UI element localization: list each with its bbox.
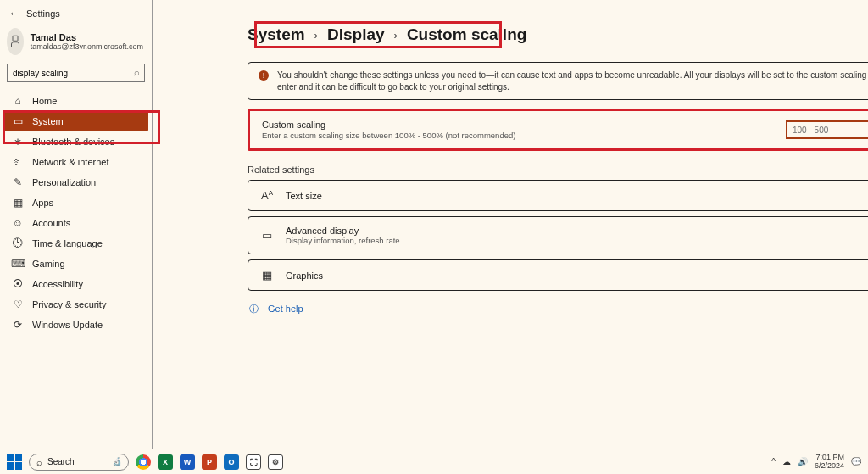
get-help-row[interactable]: ⓘ Get help xyxy=(248,303,868,315)
search-icon: ⌕ xyxy=(36,457,42,467)
search-icon[interactable]: ⌕ xyxy=(134,67,140,77)
sidebar-item-personalization[interactable]: ✎Personalization xyxy=(3,172,148,192)
sidebar-item-label: Gaming xyxy=(32,259,65,269)
clock-date: 6/2/2024 xyxy=(815,462,844,470)
sidebar: ← Settings Tamal Das tamaldas@zf3vr.onmi… xyxy=(0,0,153,449)
taskbar-apps: X W P O ⛶ ⚙ xyxy=(136,454,283,470)
sidebar-item-label: Personalization xyxy=(32,177,96,187)
warning-text: You shouldn't change these settings unle… xyxy=(277,70,868,92)
sidebar-item-system[interactable]: ▭System xyxy=(3,111,148,131)
sidebar-item-label: Accounts xyxy=(32,218,70,228)
search-highlight-icon: 🔬 xyxy=(112,457,121,466)
sidebar-item-gaming[interactable]: ⌨Gaming xyxy=(3,254,148,274)
breadcrumb-system[interactable]: System xyxy=(248,25,305,44)
custom-scaling-title: Custom scaling xyxy=(262,120,786,130)
sidebar-item-label: System xyxy=(32,116,64,126)
breadcrumb: System › Display › Custom scaling xyxy=(153,0,868,53)
sidebar-item-label: Bluetooth & devices xyxy=(32,137,114,147)
tray-chevron-up-icon[interactable]: ^ xyxy=(771,457,776,466)
system-icon: ▭ xyxy=(12,115,24,127)
tray-cloud-icon[interactable]: ☁ xyxy=(782,457,791,466)
main-pane: — ❐ ✕ System › Display › Custom scaling … xyxy=(153,0,868,449)
svg-rect-0 xyxy=(13,36,18,41)
bluetooth-icon: ∗ xyxy=(12,136,24,148)
chevron-right-icon: › xyxy=(314,29,318,42)
taskbar-chrome[interactable] xyxy=(136,454,151,470)
taskbar-powerpoint[interactable]: P xyxy=(202,454,217,470)
shield-icon: ♡ xyxy=(12,298,24,310)
get-help-link[interactable]: Get help xyxy=(268,304,303,314)
custom-scaling-sub: Enter a custom scaling size between 100%… xyxy=(262,131,786,140)
setting-title: Graphics xyxy=(286,270,868,281)
clock-icon: 🕑︎ xyxy=(12,237,24,249)
search-input[interactable] xyxy=(7,64,145,82)
display-icon: ▭ xyxy=(260,229,274,242)
wifi-icon: ᯤ xyxy=(12,156,24,168)
custom-scaling-card: Custom scaling Enter a custom scaling si… xyxy=(248,109,868,151)
breadcrumb-display[interactable]: Display xyxy=(327,25,385,44)
minimize-button[interactable]: — xyxy=(858,2,868,14)
related-heading: Related settings xyxy=(248,165,868,175)
sidebar-item-label: Network & internet xyxy=(32,157,108,167)
profile-email: tamaldas@zf3vr.onmicrosoft.com xyxy=(31,42,143,51)
sidebar-item-label: Apps xyxy=(32,198,53,208)
setting-text-size[interactable]: AA Text size › xyxy=(248,180,868,211)
sidebar-item-accessibility[interactable]: ⦿Accessibility xyxy=(3,274,148,294)
tray-volume-icon[interactable]: 🔊 xyxy=(798,457,808,466)
back-icon[interactable]: ← xyxy=(8,7,19,20)
sidebar-item-bluetooth[interactable]: ∗Bluetooth & devices xyxy=(3,131,148,152)
accessibility-icon: ⦿ xyxy=(12,278,24,290)
warning-card: ! You shouldn't change these settings un… xyxy=(248,62,868,100)
person-icon xyxy=(8,34,23,49)
sidebar-item-apps[interactable]: ▦Apps xyxy=(3,192,148,213)
sidebar-item-home[interactable]: ⌂Home xyxy=(3,91,148,111)
profile-name: Tamal Das xyxy=(31,32,143,42)
setting-title: Text size xyxy=(286,191,868,201)
taskbar-search-label: Search xyxy=(47,457,75,466)
sidebar-item-privacy[interactable]: ♡Privacy & security xyxy=(3,294,148,315)
chevron-right-icon: › xyxy=(394,29,398,42)
apps-icon: ▦ xyxy=(12,197,24,209)
profile-block[interactable]: Tamal Das tamaldas@zf3vr.onmicrosoft.com xyxy=(3,26,148,62)
home-icon: ⌂ xyxy=(12,95,24,107)
sidebar-item-network[interactable]: ᯤNetwork & internet xyxy=(3,152,148,172)
setting-advanced-display[interactable]: ▭ Advanced display Display information, … xyxy=(248,216,868,254)
setting-graphics[interactable]: ▦ Graphics › xyxy=(248,259,868,291)
taskbar-word[interactable]: W xyxy=(180,454,195,470)
tray-notifications-icon[interactable]: 💬 xyxy=(851,457,861,466)
gaming-icon: ⌨ xyxy=(12,258,24,270)
sidebar-item-label: Windows Update xyxy=(32,320,103,330)
sidebar-item-label: Privacy & security xyxy=(32,299,106,309)
taskbar-clock[interactable]: 7:01 PM 6/2/2024 xyxy=(815,454,844,470)
sidebar-item-update[interactable]: ⟳Windows Update xyxy=(3,315,148,335)
warning-icon: ! xyxy=(259,70,269,81)
sidebar-item-label: Accessibility xyxy=(32,279,83,289)
graphics-icon: ▦ xyxy=(260,269,274,282)
update-icon: ⟳ xyxy=(12,319,24,331)
avatar xyxy=(7,28,24,55)
custom-scale-input[interactable] xyxy=(786,120,868,139)
text-size-icon: AA xyxy=(260,189,274,202)
nav-list: ⌂Home ▭System ∗Bluetooth & devices ᯤNetw… xyxy=(3,89,148,335)
taskbar-settings[interactable]: ⚙ xyxy=(268,454,283,470)
taskbar: ⌕ Search 🔬 X W P O ⛶ ⚙ ^ ☁ 🔊 7:01 PM 6/2… xyxy=(0,449,868,474)
setting-title: Advanced display xyxy=(286,226,868,236)
breadcrumb-custom-scaling: Custom scaling xyxy=(407,25,526,44)
taskbar-search[interactable]: ⌕ Search 🔬 xyxy=(29,454,129,471)
sidebar-item-time[interactable]: 🕑︎Time & language xyxy=(3,233,148,254)
sidebar-item-label: Time & language xyxy=(32,238,103,248)
accounts-icon: ☺ xyxy=(12,217,24,229)
help-icon: ⓘ xyxy=(248,303,259,315)
divider xyxy=(153,53,868,53)
start-button[interactable] xyxy=(7,454,22,470)
taskbar-excel[interactable]: X xyxy=(158,454,173,470)
sidebar-item-label: Home xyxy=(32,96,57,106)
sidebar-item-accounts[interactable]: ☺Accounts xyxy=(3,213,148,233)
setting-sub: Display information, refresh rate xyxy=(286,236,868,245)
brush-icon: ✎ xyxy=(12,176,24,188)
taskbar-outlook[interactable]: O xyxy=(224,454,239,470)
window-title: Settings xyxy=(26,8,60,19)
taskbar-store[interactable]: ⛶ xyxy=(246,454,261,470)
